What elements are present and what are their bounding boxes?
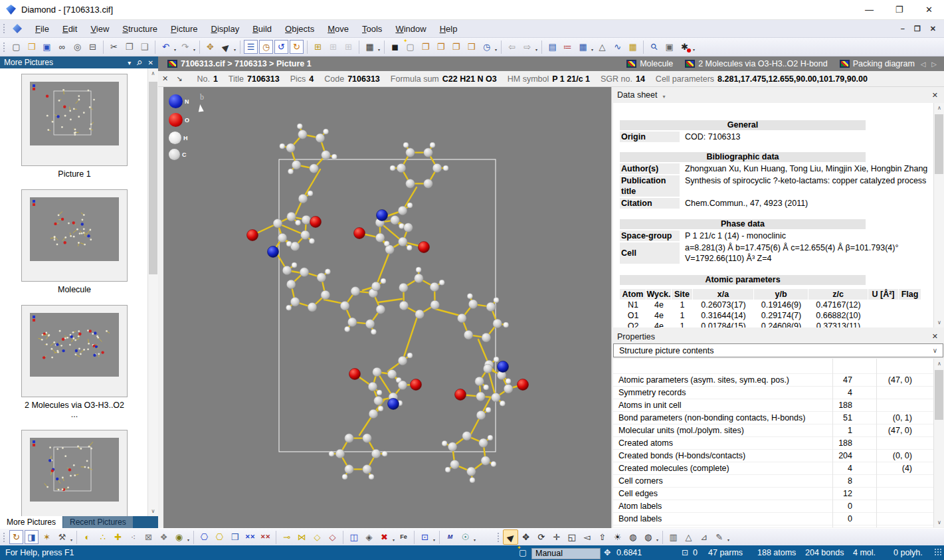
pane-tab-recent-pictures[interactable]: Recent Pictures (62, 516, 133, 528)
dropdown-caret-icon[interactable]: ▾ (535, 47, 537, 52)
tab-nav-arrows[interactable]: ◁ ▷ (919, 60, 944, 68)
history-view-button[interactable]: ◷ (259, 40, 273, 54)
globe-picture-button[interactable]: ☉ (458, 529, 473, 545)
dropdown-caret-icon[interactable]: ▾ (393, 537, 395, 542)
select-pointer-button[interactable]: ▶ (503, 529, 518, 545)
dropdown-caret-icon[interactable]: ▾ (433, 537, 435, 542)
dropdown-caret-icon[interactable]: ▾ (474, 537, 476, 542)
property-row-atom-labels[interactable]: Atom labels0 (613, 500, 933, 513)
polygon-red-button[interactable]: ◇ (325, 529, 340, 545)
angle-measure-button[interactable]: ⊿ (696, 529, 711, 545)
render-lens-button[interactable]: ⚲ (646, 39, 662, 54)
picture-copy-button[interactable]: ❐ (418, 39, 433, 54)
property-row-cell-corners[interactable]: Cell corners8 (613, 475, 933, 488)
packing-box-button[interactable]: ⊡ (417, 529, 432, 545)
close-infobar-icon[interactable]: ✕ (162, 74, 168, 83)
menu-edit[interactable]: Edit (56, 21, 84, 37)
datasheet-scrollbar[interactable]: ∧ ∨ (933, 103, 944, 327)
menu-view[interactable]: View (84, 21, 116, 37)
update-picture-button[interactable]: ↻ (9, 530, 23, 544)
build-lattice-button[interactable]: ⊠ (141, 529, 156, 545)
tree-view-button[interactable]: ☰ (244, 40, 258, 54)
redo-button[interactable]: ↷ (177, 39, 193, 54)
translate-mode-button[interactable]: ✛ (549, 529, 564, 545)
picture-tab-molecule[interactable]: Molecule (622, 59, 678, 68)
property-row-bond-labels[interactable]: Bond labels0 (613, 513, 933, 525)
thumbnail-image[interactable] (21, 189, 128, 282)
atom-design-button[interactable]: ◐ (80, 529, 95, 545)
picture-duplicate-button[interactable]: ❐ (433, 39, 448, 54)
thumbnail-image[interactable] (21, 305, 128, 397)
fe-atom-button[interactable]: Fe (396, 529, 411, 545)
property-row-molecular-units-mol-polym-site[interactable]: Molecular units (mol./polym. sites)1(47,… (613, 424, 933, 437)
mdi-restore-button[interactable]: ❐ (914, 25, 921, 33)
pack-rings-button[interactable]: ❒ (227, 529, 242, 545)
cut-button[interactable]: ✂ (106, 39, 122, 54)
menu-window[interactable]: Window (389, 21, 432, 37)
pin-icon[interactable]: ⚲ (135, 58, 143, 67)
ruler-measure-button[interactable]: ▥ (666, 529, 681, 545)
dropdown-caret-icon[interactable]: ▾ (70, 537, 72, 542)
dropdown-caret-icon[interactable]: ▾ (234, 47, 236, 52)
zoom-mode-button[interactable]: ◱ (564, 529, 579, 545)
picture-tab-packing-diagram[interactable]: Packing diagram (835, 59, 919, 68)
property-row-atomic-parameters-asym-sites-s[interactable]: Atomic parameters (asym. sites, sym.eq. … (613, 374, 933, 387)
destroy-button[interactable]: ✖ (377, 529, 392, 545)
dropdown-caret-icon[interactable]: ▾ (656, 537, 658, 542)
spin-mode-button[interactable]: ☀ (610, 529, 625, 545)
menu-objects[interactable]: Objects (278, 21, 321, 37)
pane-close-icon[interactable]: ✕ (148, 59, 153, 66)
add-atom-plus-button[interactable]: ✚ (110, 529, 126, 545)
new-structure-table-button[interactable]: ⊞ (310, 39, 326, 54)
scroll-down-icon[interactable]: ∨ (934, 318, 944, 327)
dropdown-caret-icon[interactable]: ▾ (727, 537, 729, 542)
grow-lattice-red-button[interactable]: ✕✕ (258, 529, 273, 545)
pointer-button[interactable]: ▶ (218, 39, 233, 54)
unit-cell-box-button[interactable]: ◫ (346, 529, 361, 545)
find-binoculars-button[interactable]: ∞ (54, 39, 70, 54)
thumbnail-2-molecules-via-o3-h3-o2[interactable]: 2 Molecules via O3-H3..O2 ... (21, 305, 128, 424)
folder-contents-button[interactable]: ◼ (387, 39, 403, 54)
mode-field[interactable]: Manual (531, 548, 601, 559)
menu-build[interactable]: Build (246, 21, 278, 37)
property-row-atoms-in-unit-cell[interactable]: Atoms in unit cell188 (613, 399, 933, 412)
close-button[interactable]: ✕ (914, 0, 944, 20)
picture-wizard-button[interactable]: ✶ (39, 529, 54, 545)
property-row-created-atoms[interactable]: Created atoms188 (613, 437, 933, 450)
property-row-cell-edges[interactable]: Cell edges12 (613, 488, 933, 500)
dropdown-caret-icon[interactable]: ▾ (378, 47, 380, 52)
measure-m-button[interactable]: M (442, 529, 458, 545)
molecule-fragment-button[interactable]: ❖ (156, 529, 171, 545)
ring-blue-button[interactable]: ⎔ (197, 529, 212, 545)
menu-structure[interactable]: Structure (116, 21, 164, 37)
new-file-button[interactable]: ▢ (9, 39, 24, 54)
minimize-button[interactable]: — (854, 0, 884, 20)
build-hammer-button[interactable]: ⚒ (54, 529, 70, 545)
new-picture-button[interactable]: ▢✦ (403, 39, 418, 54)
menu-display[interactable]: Display (205, 21, 246, 37)
thumbnail-packing-diagram[interactable]: Packing diagram (21, 430, 128, 516)
property-row-bond-parameters-non-bonding-co[interactable]: Bond parameters (non-bonding contacts, H… (613, 412, 933, 424)
scroll-thumb[interactable] (935, 370, 943, 420)
datasheet-view-button[interactable]: ▤ (545, 39, 560, 54)
top-view-button[interactable]: ⇧ (595, 529, 610, 545)
distances-view-button[interactable]: △ (595, 39, 610, 54)
structure-grid-button[interactable]: ▦ (362, 39, 377, 54)
move-mode-button[interactable]: ✥ (518, 529, 533, 545)
import-table-button[interactable]: ⊞ (326, 39, 341, 54)
menu-file[interactable]: File (29, 21, 56, 37)
polygon-yellow-button[interactable]: ◇ (310, 529, 325, 545)
snapshot-camera-button[interactable]: ▣ (662, 39, 677, 54)
pan-hand-button[interactable]: ✥ (203, 39, 218, 54)
paste-button[interactable]: ❑ (137, 39, 152, 54)
maximize-button[interactable]: ❐ (884, 0, 914, 20)
dropdown-caret-icon[interactable]: ▾ (693, 47, 695, 52)
print-button[interactable]: ⊟ (85, 39, 100, 54)
resize-grip[interactable] (934, 548, 943, 557)
scroll-up-icon[interactable]: ∧ (934, 103, 944, 113)
mdi-close-button[interactable]: ✕ (930, 25, 936, 33)
properties-scrollbar[interactable]: ∧ ∨ (933, 359, 944, 527)
video-record-button[interactable]: ✱ (677, 39, 692, 54)
properties-close-icon[interactable]: ✕ (932, 332, 944, 341)
mdi-minimize-button[interactable]: – (901, 25, 905, 33)
